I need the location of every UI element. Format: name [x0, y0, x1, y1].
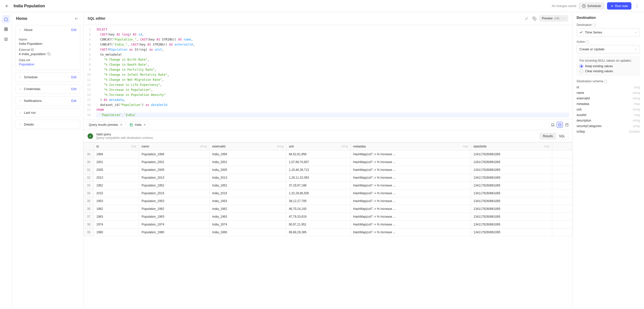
svg-point-2: [637, 6, 637, 6]
schedule-button[interactable]: Schedule: [579, 2, 604, 10]
run-now-button[interactable]: Run now: [607, 2, 631, 10]
preview-label: Preview: [542, 17, 553, 20]
name-label: Name: [19, 38, 76, 41]
svg-rect-6: [49, 54, 50, 55]
column-header[interactable]: unitstring: [286, 143, 350, 150]
table-row[interactable]: 331952Population_1952India_195237,29,97,…: [84, 182, 572, 189]
collapse-sidebar-button[interactable]: [73, 16, 79, 22]
schedule-card: Schedule Edit: [15, 72, 80, 82]
cell: 1,07,89,70,907: [286, 158, 350, 166]
home-icon: [4, 17, 8, 21]
tab-query-results[interactable]: Query results preview ✕: [86, 121, 125, 128]
cell: Population_1952: [139, 182, 210, 189]
cell: 1341176260861065: [471, 174, 552, 182]
table-row[interactable]: 312005Population_2005India_20051,15,46,3…: [84, 166, 572, 174]
cell: India_1953: [210, 197, 286, 205]
sql-editor[interactable]: 123456789101112131415161718 SELECT CAST(…: [84, 25, 572, 120]
layout-bottom-button[interactable]: [550, 122, 556, 128]
view-sql-button[interactable]: SQL: [556, 133, 568, 139]
format-button[interactable]: [524, 16, 530, 21]
close-icon[interactable]: ✕: [143, 123, 146, 127]
rail-history-button[interactable]: [2, 35, 10, 43]
table-row[interactable]: 391980Population_1980India_198069,68,28,…: [84, 228, 572, 236]
table-row[interactable]: 342015Population_2015India_20151,32,28,6…: [84, 189, 572, 197]
cell: India_2013: [210, 174, 286, 182]
destination-select[interactable]: Time Series: [577, 28, 640, 36]
column-header[interactable]: metadatamap: [350, 143, 471, 150]
list-icon: [4, 37, 8, 41]
cell: 37,29,97,188: [286, 182, 350, 189]
results-table: idlongnamestringexternalIdstringunitstri…: [84, 142, 572, 236]
cell: India_2005: [210, 166, 286, 174]
dataset-label: Data set: [19, 58, 76, 62]
view-results-button[interactable]: Results: [540, 133, 556, 139]
info-icon[interactable]: i: [586, 40, 589, 44]
table-row[interactable]: 302001Population_2001India_20011,07,89,7…: [84, 158, 572, 166]
rail-table-button[interactable]: [2, 25, 10, 33]
copy-sql-button[interactable]: [532, 16, 537, 21]
cell: 69,68,28,385: [286, 228, 350, 236]
column-header[interactable]: idlong: [94, 143, 139, 150]
lastrun-title: Last run: [24, 111, 36, 114]
destination-value: Time Series: [585, 30, 602, 34]
about-header[interactable]: About Edit: [15, 25, 80, 34]
radio-keep[interactable]: Keep existing values: [580, 64, 637, 68]
svg-point-3: [637, 7, 637, 7]
table-row[interactable]: 361962Population_1962India_196246,70,24,…: [84, 205, 572, 213]
chevron-down-icon: [19, 111, 22, 114]
schedule-edit[interactable]: Edit: [71, 75, 76, 79]
table-row[interactable]: 371963Population_1963India_196347,79,33,…: [84, 213, 572, 221]
table-row[interactable]: 351953Population_1953India_195338,12,27,…: [84, 197, 572, 205]
schema-row: idlong: [577, 85, 640, 90]
schema-row: descriptionstring: [577, 118, 640, 123]
panel-full-icon: [565, 123, 569, 127]
cell: 2015: [94, 189, 139, 197]
editor-heading: SQL editor: [88, 16, 105, 20]
cell: India_1974: [210, 221, 286, 228]
cell: HashMap(col7 -> % Increase ...: [350, 182, 471, 189]
destination-heading: Destination: [577, 16, 640, 20]
notifications-header[interactable]: Notifications Edit: [15, 96, 80, 105]
topbar: India Population All changes saved Sched…: [0, 0, 644, 12]
rail-home-button[interactable]: [2, 15, 10, 23]
action-label: Action: [577, 40, 585, 44]
dataset-link[interactable]: Population: [19, 62, 34, 66]
radio-clear[interactable]: Clear existing values: [580, 69, 637, 73]
back-button[interactable]: [4, 3, 10, 9]
layout-split-button[interactable]: [557, 122, 563, 128]
more-menu-button[interactable]: [634, 3, 640, 9]
about-edit[interactable]: Edit: [71, 28, 76, 32]
column-header[interactable]: namestring: [139, 143, 210, 150]
radio-icon: [580, 69, 583, 73]
cell: 1341176260861065: [471, 205, 552, 213]
column-header[interactable]: externalIdstring: [210, 143, 286, 150]
column-header[interactable]: dataSetIdlong: [471, 143, 552, 150]
cell: India_1994: [210, 150, 286, 158]
schedule-header[interactable]: Schedule Edit: [15, 73, 80, 82]
cell: HashMap(col7 -> % Increase ...: [350, 228, 471, 236]
tab-india[interactable]: India ✕: [127, 121, 149, 128]
credentials-edit[interactable]: Edit: [71, 87, 76, 91]
cell: 1341176260861065: [471, 221, 552, 228]
lastrun-header[interactable]: Last run: [15, 108, 80, 117]
preview-button[interactable]: Preview (All): [539, 15, 568, 22]
radio-keep-label: Keep existing values: [585, 64, 613, 68]
destination-label: Destination: [577, 23, 592, 27]
notifications-edit[interactable]: Edit: [71, 99, 76, 103]
lastrun-card: Last run: [15, 108, 80, 117]
cell: HashMap(col7 -> % Increase ...: [350, 197, 471, 205]
layout-full-button[interactable]: [564, 122, 570, 128]
cell: 1953: [94, 197, 139, 205]
close-icon[interactable]: ✕: [120, 123, 123, 127]
copy-icon[interactable]: [47, 52, 51, 56]
details-header[interactable]: Details: [15, 120, 80, 129]
info-icon[interactable]: i: [604, 80, 607, 83]
center-panel: SQL editor Preview (All): [84, 12, 573, 309]
table-row[interactable]: 301994Population_1994India_199494,52,61,…: [84, 150, 572, 158]
schedule-label: Schedule: [587, 4, 601, 8]
table-row[interactable]: 381974Population_1974India_197460,97,21,…: [84, 221, 572, 228]
table-row[interactable]: 322013Population_2013India_20131,29,11,3…: [84, 174, 572, 182]
action-select[interactable]: Create or Update: [577, 45, 640, 53]
credentials-header[interactable]: Credentials Edit: [15, 85, 80, 93]
info-icon[interactable]: i: [593, 23, 596, 27]
